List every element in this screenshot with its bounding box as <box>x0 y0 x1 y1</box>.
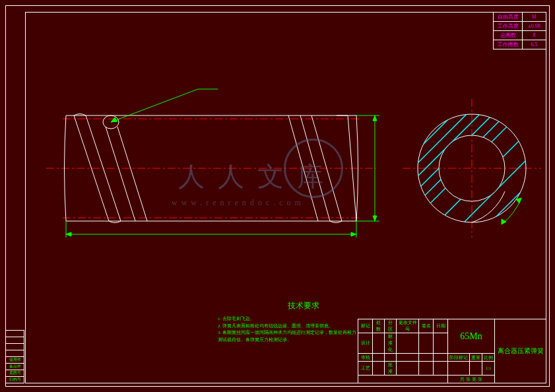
svg-line-25 <box>409 66 528 185</box>
rev-label: 底图号 <box>6 370 24 377</box>
svg-line-22 <box>409 66 488 145</box>
tb-header: 标记 <box>358 319 373 333</box>
stage-label: 阶段标记 <box>448 354 470 362</box>
tech-req-title: 技术要求 <box>218 300 389 311</box>
title-block: 标记 处数 分区 更改文件号 签名 日期 65Mn 离合器压紧弹簧 设计 标准化… <box>358 319 546 383</box>
revision-block: 借用件 备品件 底图号 归档号 <box>5 330 24 383</box>
rev-label: 借用件 <box>6 357 24 364</box>
svg-line-33 <box>475 198 541 264</box>
svg-marker-35 <box>502 219 506 224</box>
svg-line-26 <box>409 66 541 198</box>
tb-header: 分区 <box>385 319 397 333</box>
tb-header: 签名 <box>419 319 434 333</box>
svg-marker-7 <box>66 232 71 236</box>
sheet-label: 共 张 第 张 <box>448 376 495 383</box>
svg-line-28 <box>409 92 541 224</box>
rev-label: 归档号 <box>6 377 24 383</box>
scale-label: 比例 <box>482 354 495 362</box>
rev-label: 备品件 <box>6 364 24 370</box>
svg-line-27 <box>409 79 541 211</box>
svg-marker-34 <box>516 198 521 203</box>
svg-line-31 <box>449 172 541 264</box>
watermark-logo <box>284 139 343 198</box>
svg-line-21 <box>409 66 475 132</box>
tb-header: 日期 <box>434 319 448 333</box>
svg-line-24 <box>409 66 515 172</box>
svg-marker-8 <box>351 232 356 236</box>
svg-marker-16 <box>111 117 117 122</box>
tb-header: 更改文件号 <box>397 319 419 333</box>
weight-label: 重量 <box>470 354 482 362</box>
svg-line-30 <box>436 145 541 251</box>
svg-marker-12 <box>373 115 377 121</box>
scale-value: 1:1 <box>482 362 495 376</box>
material-cell: 65Mn <box>448 319 495 354</box>
svg-line-14 <box>111 89 198 122</box>
svg-marker-13 <box>373 216 377 221</box>
section-hatch <box>409 66 541 264</box>
part-name-cell: 离合器压紧弹簧 <box>495 319 546 383</box>
tb-header: 处数 <box>373 319 385 333</box>
spring-end-view <box>403 66 541 264</box>
